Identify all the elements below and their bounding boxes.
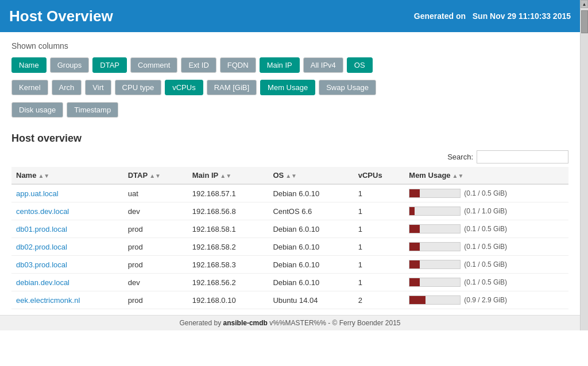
col-btn-all-ipv4[interactable]: All IPv4 [303,57,343,73]
generated-on: Generated on Sun Nov 29 11:10:33 2015 [414,11,571,21]
mem-bar [409,189,461,198]
mem-bar-label: (0.1 / 0.5 GiB) [464,225,507,233]
host-link[interactable]: centos.dev.local [16,207,69,216]
table-header: Name▲▼DTAP▲▼Main IP▲▼OS▲▼vCPUsMem Usage▲… [11,167,568,184]
mem-bar [409,260,461,269]
cell-name[interactable]: debian.dev.local [11,274,123,291]
col-btn-fqdn[interactable]: FQDN [220,57,256,73]
col-btn-vcpus[interactable]: vCPUs [165,80,203,95]
col-btn-ext-id[interactable]: Ext ID [181,57,216,73]
columns-buttons-container: NameGroupsDTAPCommentExt IDFQDNMain IPAl… [11,57,568,118]
cell-vcpus: 1 [354,238,405,256]
cell-os: Debian 6.0.10 [268,238,353,256]
cell-name[interactable]: db03.prod.local [11,256,123,274]
mem-bar [409,278,461,287]
scrollbar-up[interactable]: ▲ [581,0,588,8]
host-link[interactable]: db01.prod.local [16,225,67,233]
page-title: Host Overview [9,7,113,25]
cell-name[interactable]: db01.prod.local [11,220,123,238]
host-table: Name▲▼DTAP▲▼Main IP▲▼OS▲▼vCPUsMem Usage▲… [11,167,568,309]
col-btn-timestamp[interactable]: Timestamp [67,102,118,118]
cell-vcpus: 1 [354,256,405,274]
cell-vcpus: 1 [354,184,405,203]
col-btn-disk-usage[interactable]: Disk usage [11,102,63,118]
host-link[interactable]: eek.electricmonk.nl [16,296,80,305]
cell-main-ip: 192.168.58.1 [188,220,269,238]
mem-bar [409,242,461,251]
mem-bar-label: (0.1 / 0.5 GiB) [464,260,507,268]
cell-os: Ubuntu 14.04 [268,291,353,309]
th-mem-usage[interactable]: Mem Usage▲▼ [404,167,568,184]
cell-os: Debian 6.0.10 [268,256,353,274]
th-main-ip[interactable]: Main IP▲▼ [188,167,269,184]
cell-vcpus: 1 [354,203,405,220]
col-btn-ram[interactable]: RAM [GiB] [207,80,257,95]
shown-columns-section: Shown columns NameGroupsDTAPCommentExt I… [0,32,580,123]
mem-bar [409,224,461,233]
cell-dtap: prod [123,256,188,274]
cell-os: Debian 6.0.10 [268,220,353,238]
col-btn-os[interactable]: OS [347,57,373,73]
cell-name[interactable]: db02.prod.local [11,238,123,256]
mem-bar-label: (0.9 / 2.9 GiB) [464,296,507,304]
search-label: Search: [447,153,473,161]
table-row: db03.prod.localprod192.168.58.3Debian 6.… [11,256,568,274]
cell-os: Debian 6.0.10 [268,274,353,291]
col-btn-cpu-type[interactable]: CPU type [115,80,162,95]
col-btn-virt[interactable]: Virt [85,80,111,95]
th-vcpus: vCPUs [354,167,405,184]
col-btn-swap-usage[interactable]: Swap Usage [319,80,376,95]
cell-dtap: dev [123,274,188,291]
col-btn-comment[interactable]: Comment [130,57,177,73]
cell-name[interactable]: app.uat.local [11,184,123,203]
sort-icon-dtap: ▲▼ [149,173,161,179]
mem-bar-fill [409,225,420,233]
shown-columns-label: Shown columns [11,41,568,50]
cell-main-ip: 192.168.58.2 [188,238,269,256]
cell-main-ip: 192.168.56.2 [188,274,269,291]
mem-bar-label: (0.1 / 0.5 GiB) [464,243,507,251]
search-input[interactable] [477,150,568,163]
col-btn-dtap[interactable]: DTAP [92,57,127,73]
generated-label: Generated on Sun Nov 29 11:10:33 2015 [414,11,571,21]
host-link[interactable]: db03.prod.local [16,260,67,269]
cell-name[interactable]: centos.dev.local [11,203,123,220]
cell-vcpus: 1 [354,274,405,291]
col-btn-arch[interactable]: Arch [52,80,82,95]
col-btn-groups[interactable]: Groups [50,57,90,73]
scrollbar-thumb[interactable] [581,10,588,33]
cell-main-ip: 192.168.56.8 [188,203,269,220]
host-link[interactable]: app.uat.local [16,189,59,198]
table-row: centos.dev.localdev192.168.56.8CentOS 6.… [11,203,568,220]
col-btn-kernel[interactable]: Kernel [11,80,48,95]
th-os[interactable]: OS▲▼ [268,167,353,184]
cell-mem-usage: (0.1 / 0.5 GiB) [404,184,568,203]
table-row: db01.prod.localprod192.168.58.1Debian 6.… [11,220,568,238]
col-btn-name[interactable]: Name [11,57,47,73]
cell-os: Debian 6.0.10 [268,184,353,203]
cell-mem-usage: (0.1 / 0.5 GiB) [404,256,568,274]
scrollbar[interactable]: ▲ [580,0,588,330]
mem-bar-fill [409,278,420,286]
cell-mem-usage: (0.1 / 0.5 GiB) [404,274,568,291]
th-name[interactable]: Name▲▼ [11,167,123,184]
host-link[interactable]: db02.prod.local [16,243,67,251]
sort-icon-main-ip: ▲▼ [220,173,231,179]
cell-os: CentOS 6.6 [268,203,353,220]
cell-name[interactable]: eek.electricmonk.nl [11,291,123,309]
footer-prefix: Generated by [179,319,223,327]
table-row: db02.prod.localprod192.168.58.2Debian 6.… [11,238,568,256]
mem-bar-fill [409,207,415,215]
th-dtap[interactable]: DTAP▲▼ [123,167,188,184]
mem-bar-label: (0.1 / 1.0 GiB) [464,207,507,215]
table-body: app.uat.localuat192.168.57.1Debian 6.0.1… [11,184,568,309]
sort-icon-name: ▲▼ [38,173,49,179]
host-link[interactable]: debian.dev.local [16,278,69,287]
cell-main-ip: 192.168.58.3 [188,256,269,274]
col-btn-mem-usage[interactable]: Mem Usage [260,80,315,95]
cell-dtap: prod [123,220,188,238]
mem-bar-fill [409,296,425,304]
col-btn-main-ip[interactable]: Main IP [260,57,300,73]
cell-mem-usage: (0.1 / 0.5 GiB) [404,220,568,238]
mem-bar-fill [409,260,420,268]
